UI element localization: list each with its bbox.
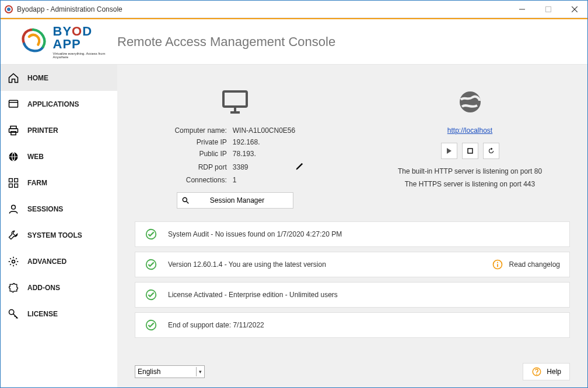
sidebar-item-label: LICENSE — [27, 310, 58, 318]
sidebar-item-sessions[interactable]: SESSIONS — [1, 196, 117, 222]
sidebar-item-web[interactable]: WEB — [1, 143, 117, 170]
puzzle-icon — [8, 282, 19, 294]
version-text: Version 12.60.1.4 - You are using the la… — [168, 260, 492, 269]
computer-name-value: WIN-A1L00CN0E56 — [233, 126, 295, 135]
restart-icon — [488, 147, 495, 154]
svg-rect-10 — [11, 131, 16, 135]
page-title: Remote Access Management Console — [117, 34, 335, 50]
main-content: Computer name: WIN-A1L00CN0E56 Private I… — [117, 65, 587, 387]
localhost-link[interactable]: http://localhost — [447, 126, 492, 135]
svg-point-24 — [460, 91, 481, 112]
http-status: The built-in HTTP server is listening on… — [398, 167, 542, 175]
sidebar-item-farm[interactable]: FARM — [1, 170, 117, 196]
svg-point-30 — [497, 262, 498, 263]
public-ip-label: Public IP — [157, 150, 233, 158]
web-icon — [8, 151, 19, 163]
license-card: License Activated - Enterprise edition -… — [135, 282, 570, 308]
audit-card: System Audit - No issues found on 1/7/20… — [135, 221, 570, 247]
svg-point-22 — [183, 197, 187, 202]
svg-rect-6 — [9, 100, 18, 107]
svg-rect-13 — [15, 178, 18, 182]
check-circle-icon — [145, 228, 158, 241]
logo-text-top: BYOD — [53, 25, 117, 38]
session-manager-button[interactable]: Session Manager — [177, 192, 293, 209]
svg-rect-3 — [545, 6, 551, 12]
sidebar-item-applications[interactable]: APPLICATIONS — [1, 91, 117, 117]
titlebar: Byodapp - Administration Console — [1, 1, 587, 18]
logo-subtext: Virtualize everything. Access from Anywh… — [53, 52, 117, 59]
version-card: Version 12.60.1.4 - You are using the la… — [135, 252, 570, 277]
logo-icon — [18, 26, 48, 58]
stop-icon — [467, 148, 473, 154]
support-card: End of support date: 7/11/2022 — [135, 312, 570, 338]
sidebar-item-label: PRINTER — [27, 126, 58, 135]
svg-rect-14 — [9, 184, 13, 187]
edit-rdp-port-button[interactable] — [295, 161, 313, 172]
svg-marker-25 — [447, 148, 452, 154]
tools-icon — [8, 230, 19, 241]
check-circle-icon — [145, 288, 158, 301]
computer-name-label: Computer name: — [157, 126, 233, 135]
svg-point-35 — [536, 374, 537, 375]
license-text: License Activated - Enterprise edition -… — [168, 291, 560, 299]
window-title: Byodapp - Administration Console — [17, 5, 509, 13]
sidebar-item-system-tools[interactable]: SYSTEM TOOLS — [1, 222, 117, 248]
sidebar: HOME APPLICATIONS PRINTER WEB FARM SESSI… — [1, 65, 117, 387]
maximize-button[interactable] — [535, 1, 561, 17]
sidebar-item-printer[interactable]: PRINTER — [1, 117, 117, 143]
home-icon — [8, 72, 19, 84]
globe-icon — [456, 88, 484, 116]
close-button[interactable] — [561, 1, 587, 17]
key-icon — [8, 308, 19, 320]
sidebar-item-label: SESSIONS — [27, 205, 63, 213]
play-button[interactable] — [441, 143, 457, 159]
help-icon — [531, 366, 542, 377]
header: BYOD APP Virtualize everything. Access f… — [1, 19, 587, 65]
sidebar-item-advanced[interactable]: ADVANCED — [1, 248, 117, 274]
gear-icon — [8, 256, 19, 267]
changelog-label: Read changelog — [509, 260, 560, 269]
sidebar-item-addons[interactable]: ADD-ONS — [1, 274, 117, 301]
sidebar-item-home[interactable]: HOME — [1, 65, 117, 91]
computer-panel: Computer name: WIN-A1L00CN0E56 Private I… — [135, 76, 335, 209]
public-ip-value: 78.193. — [233, 150, 295, 158]
play-icon — [446, 148, 452, 154]
help-label: Help — [547, 368, 561, 376]
svg-point-16 — [12, 205, 16, 209]
private-ip-value: 192.168. — [233, 138, 295, 146]
restart-button[interactable] — [483, 143, 499, 159]
stop-button[interactable] — [462, 143, 478, 159]
info-icon — [492, 259, 503, 270]
svg-line-23 — [186, 202, 188, 204]
web-panel: http://localhost The built-in HTTP serve… — [370, 76, 570, 209]
svg-rect-15 — [15, 184, 18, 187]
sessions-icon — [8, 203, 19, 215]
svg-point-17 — [12, 260, 15, 263]
monitor-icon — [221, 88, 249, 116]
check-circle-icon — [145, 319, 158, 331]
connections-value: 1 — [233, 176, 295, 184]
read-changelog-button[interactable]: Read changelog — [492, 259, 560, 270]
search-icon — [177, 196, 194, 204]
sidebar-item-license[interactable]: LICENSE — [1, 301, 117, 327]
rdp-port-label: RDP port — [157, 163, 233, 171]
farm-icon — [8, 177, 19, 189]
sidebar-item-label: SYSTEM TOOLS — [27, 231, 82, 239]
sidebar-item-label: ADVANCED — [27, 258, 66, 266]
svg-rect-12 — [9, 178, 13, 182]
sidebar-item-label: WEB — [27, 153, 44, 161]
help-button[interactable]: Help — [523, 363, 570, 380]
chevron-down-icon: ▾ — [196, 367, 202, 376]
audit-text: System Audit - No issues found on 1/7/20… — [168, 230, 560, 238]
support-text: End of support date: 7/11/2022 — [168, 321, 560, 329]
logo-text-bot: APP — [53, 38, 117, 51]
sidebar-item-label: FARM — [27, 179, 47, 187]
minimize-button[interactable] — [509, 1, 535, 17]
svg-rect-26 — [468, 149, 473, 153]
sidebar-item-label: HOME — [27, 74, 48, 82]
language-select[interactable]: English ▾ — [135, 365, 205, 378]
applications-icon — [8, 98, 19, 110]
sidebar-item-label: APPLICATIONS — [27, 100, 79, 108]
session-manager-label: Session Manager — [194, 196, 293, 204]
sidebar-item-label: ADD-ONS — [27, 284, 60, 292]
